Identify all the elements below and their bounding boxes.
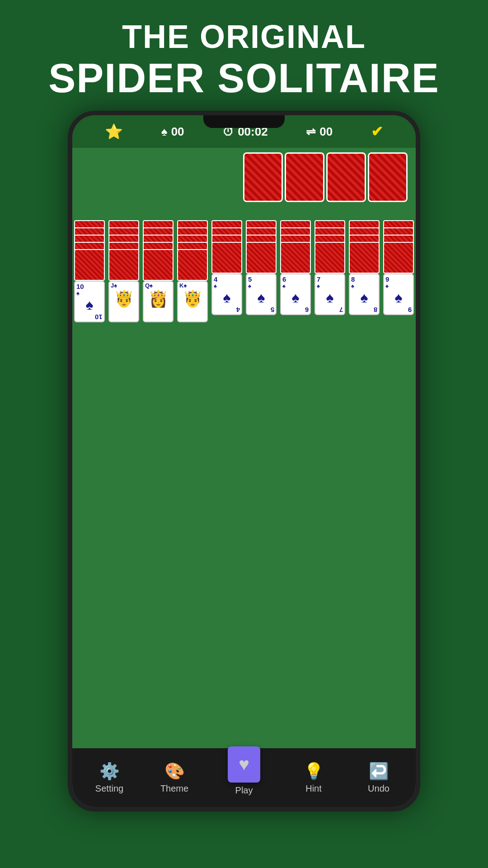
column-6[interactable]: 5♠ ♠ 5 xyxy=(246,220,277,322)
col1-face-card[interactable]: 10♠ ♠ 10 xyxy=(74,281,105,322)
nav-theme[interactable]: 🎨 Theme xyxy=(147,762,202,794)
moves-icon: ⇌ xyxy=(306,125,316,139)
play-label: Play xyxy=(235,785,253,796)
nav-undo[interactable]: ↩️ Undo xyxy=(352,762,406,794)
column-1[interactable]: 10♠ ♠ 10 xyxy=(74,220,105,322)
col5-face-card[interactable]: 4♠ ♠ 4 xyxy=(211,274,242,315)
col3-face-card[interactable]: Q♠ 👸 xyxy=(143,281,174,322)
moves-value: 00 xyxy=(319,125,333,139)
stock-card-1[interactable] xyxy=(243,152,283,202)
col6-face-card[interactable]: 5♠ ♠ 5 xyxy=(246,274,277,315)
nav-play[interactable]: ♥ Play xyxy=(212,746,276,796)
moves-display: ⇌ 00 xyxy=(306,125,333,139)
col7-face-card[interactable]: 6♠ ♠ 6 xyxy=(280,274,311,315)
column-2[interactable]: J♠ 🤴 xyxy=(108,220,139,322)
col2-back-5 xyxy=(108,249,139,281)
title-line2: SPIDER SOLITAIRE xyxy=(0,55,488,102)
theme-label: Theme xyxy=(160,783,188,794)
column-5[interactable]: 4♠ ♠ 4 xyxy=(211,220,242,322)
column-10[interactable]: 9♠ ♠ 9 xyxy=(383,220,414,322)
stock-card-3[interactable] xyxy=(326,152,366,202)
game-screen: ⭐ ♠ 00 ⏱ 00:02 ⇌ 00 ✔ xyxy=(72,115,416,807)
col7-backs xyxy=(280,220,311,274)
hint-icon: 💡 xyxy=(304,762,324,781)
play-card-icon: ♥ xyxy=(228,746,260,783)
nav-hint[interactable]: 💡 Hint xyxy=(286,762,341,794)
col5-back-4 xyxy=(211,242,242,274)
col4-backs xyxy=(177,220,208,281)
col3-back-5 xyxy=(143,249,174,281)
col8-back-4 xyxy=(314,242,345,274)
heart-icon: ♥ xyxy=(239,754,249,774)
col1-backs xyxy=(74,220,105,281)
theme-icon: 🎨 xyxy=(164,762,185,781)
hint-label: Hint xyxy=(305,783,322,794)
column-4[interactable]: K♠ 🤴 xyxy=(177,220,208,322)
col6-back-4 xyxy=(246,242,277,274)
undo-label: Undo xyxy=(368,783,389,794)
col10-backs xyxy=(383,220,414,274)
col1-back-5 xyxy=(74,249,105,281)
stock-card-4[interactable] xyxy=(368,152,408,202)
col4-back-5 xyxy=(177,249,208,281)
title-line1: THE ORIGINAL xyxy=(0,18,488,55)
star-icon: ⭐ xyxy=(105,123,123,140)
bottom-nav: ⚙️ Setting 🎨 Theme ♥ Play 💡 Hint ↩️ Undo xyxy=(72,748,416,807)
nav-setting[interactable]: ⚙️ Setting xyxy=(82,762,136,794)
col2-backs xyxy=(108,220,139,281)
column-3[interactable]: Q♠ 👸 xyxy=(143,220,174,322)
playing-field: 10♠ ♠ 10 J♠ 🤴 xyxy=(72,148,416,748)
star-button[interactable]: ⭐ xyxy=(105,123,123,140)
col9-face-card[interactable]: 8♠ ♠ 8 xyxy=(349,274,380,315)
setting-icon: ⚙️ xyxy=(99,762,120,781)
col10-back-4 xyxy=(383,242,414,274)
col8-face-card[interactable]: 7♠ ♠ 7 xyxy=(314,274,345,315)
score-value: 00 xyxy=(171,125,184,139)
col2-face-card[interactable]: J♠ 🤴 xyxy=(108,281,139,322)
col4-face-card[interactable]: K♠ 🤴 xyxy=(177,281,208,322)
col8-backs xyxy=(314,220,345,274)
check-button[interactable]: ✔ xyxy=(371,123,383,140)
col10-face-card[interactable]: 9♠ ♠ 9 xyxy=(383,274,414,315)
col5-backs xyxy=(211,220,242,274)
col9-backs xyxy=(349,220,380,274)
stock-card-2[interactable] xyxy=(285,152,324,202)
col9-back-4 xyxy=(349,242,380,274)
column-7[interactable]: 6♠ ♠ 6 xyxy=(280,220,311,322)
title-area: THE ORIGINAL SPIDER SOLITAIRE xyxy=(0,0,488,111)
column-8[interactable]: 7♠ ♠ 7 xyxy=(314,220,345,322)
col6-backs xyxy=(246,220,277,274)
card-columns: 10♠ ♠ 10 J♠ 🤴 xyxy=(80,220,408,322)
column-9[interactable]: 8♠ ♠ 8 xyxy=(349,220,380,322)
undo-icon: ↩️ xyxy=(369,762,389,781)
stock-pile[interactable] xyxy=(243,152,408,202)
col7-back-4 xyxy=(280,242,311,274)
score-display: ♠ 00 xyxy=(161,125,184,139)
check-icon: ✔ xyxy=(371,123,383,140)
col3-backs xyxy=(143,220,174,281)
phone-frame: ⭐ ♠ 00 ⏱ 00:02 ⇌ 00 ✔ xyxy=(68,111,420,811)
setting-label: Setting xyxy=(95,783,123,794)
phone-notch xyxy=(203,115,285,128)
spade-icon: ♠ xyxy=(161,125,168,139)
